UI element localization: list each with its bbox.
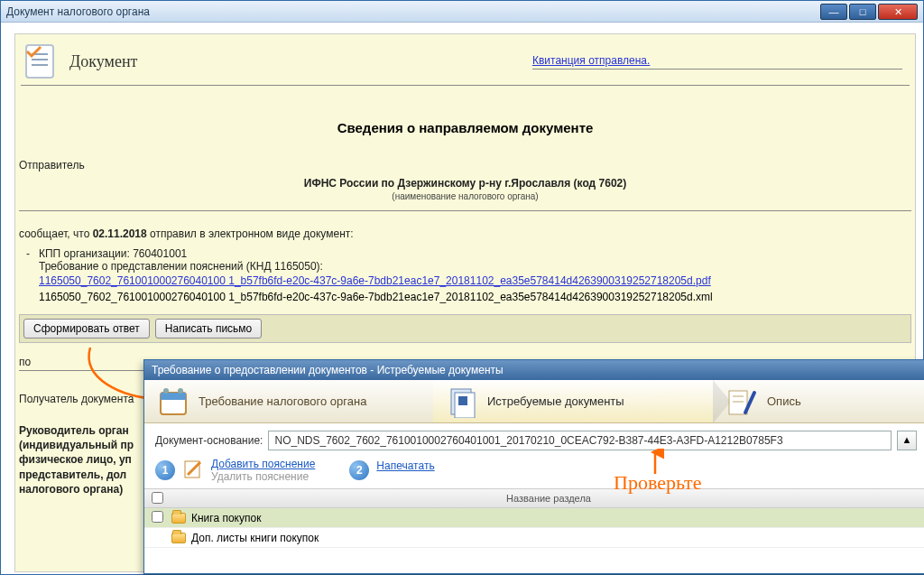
document-icon <box>21 42 60 81</box>
header-checkbox-cell <box>152 492 170 505</box>
docbase-row: Документ-основание: ▲ <box>144 423 924 458</box>
sender-label: Отправитель <box>19 159 911 172</box>
folder-icon <box>171 513 186 524</box>
actions-row: 1 Добавить пояснение Удалить пояснение 2… <box>144 458 924 488</box>
row-checkbox[interactable] <box>152 511 163 523</box>
xml-file-text: 1165050_7602_761001000276040100 1_b57fb6… <box>39 289 713 305</box>
document-header: Документ Квитанция отправлена. <box>15 34 915 83</box>
edit-note-icon <box>182 459 204 483</box>
add-note-link[interactable]: Добавить пояснение <box>211 458 315 470</box>
svg-rect-10 <box>458 396 467 405</box>
svg-rect-5 <box>161 393 186 400</box>
outer-window-title: Документ налогового органа <box>6 5 820 18</box>
write-letter-button[interactable]: Написать письмо <box>155 319 262 339</box>
dash-icon: - <box>26 247 30 260</box>
kpp-line: КПП организации: 760401001 <box>39 247 911 260</box>
header-divider <box>21 85 910 86</box>
document-heading: Документ <box>69 52 532 71</box>
select-all-checkbox[interactable] <box>152 492 163 504</box>
wizard-steps: Требование налогового органа Истребуемые… <box>144 380 924 423</box>
outer-titlebar[interactable]: Документ налогового органа — □ ✕ <box>1 1 923 23</box>
wizard-step-1[interactable]: Требование налогового органа <box>144 380 433 422</box>
table-row[interactable]: Книга покупок <box>144 508 924 528</box>
wizard-step-3-label: Опись <box>767 394 801 408</box>
row-label: Доп. листы книги покупок <box>191 532 319 544</box>
folder-icon <box>171 533 186 543</box>
sender-block: ИФНС России по Дзержинскому р-ну г.Яросл… <box>19 172 911 211</box>
svg-point-7 <box>178 388 183 394</box>
maximize-button[interactable]: □ <box>849 4 876 20</box>
msg-date: 02.11.2018 <box>93 227 147 240</box>
wizard-step-1-label: Требование налогового органа <box>199 394 366 408</box>
sender-name: ИФНС России по Дзержинскому р-ну г.Яросл… <box>19 173 911 190</box>
svg-rect-0 <box>26 45 53 78</box>
grid-header: Название раздела <box>144 488 924 508</box>
list-pen-icon <box>725 385 758 418</box>
row-label: Книга покупок <box>191 512 261 524</box>
action-button-row: Сформировать ответ Написать письмо <box>19 314 911 343</box>
receipt-sent-link[interactable]: Квитанция отправлена. <box>532 54 650 69</box>
popup-window: Требование о предоставлении документов -… <box>143 359 924 574</box>
docbase-up-button[interactable]: ▲ <box>897 431 917 450</box>
print-link[interactable]: Напечатать <box>376 459 434 472</box>
table-row[interactable]: Доп. листы книги покупок <box>144 528 924 548</box>
message-line: сообщает, что 02.11.2018 отправил в элек… <box>19 213 911 246</box>
msg-prefix: сообщает, что <box>19 227 93 240</box>
note-actions: Добавить пояснение Удалить пояснение <box>211 458 315 483</box>
close-button[interactable]: ✕ <box>878 4 918 20</box>
wizard-step-3[interactable]: Опись <box>713 380 924 422</box>
step-number-2-icon: 2 <box>349 460 369 480</box>
pdf-file-link[interactable]: 1165050_7602_761001000276040100 1_b57fb6… <box>39 273 711 289</box>
popup-title: Требование о предоставлении документов -… <box>152 364 504 376</box>
docbase-label: Документ-основание: <box>155 434 263 447</box>
wizard-step-2-label: Истребуемые документы <box>487 394 624 408</box>
files-block: - КПП организации: 760401001 Требование … <box>19 246 911 311</box>
wizard-step-2[interactable]: Истребуемые документы <box>433 380 713 422</box>
window-control-group: — □ ✕ <box>820 4 918 20</box>
step-number-1-icon: 1 <box>155 460 175 480</box>
popup-titlebar[interactable]: Требование о предоставлении документов -… <box>144 360 924 380</box>
delete-note-link: Удалить пояснение <box>211 470 315 483</box>
requirement-line: Требование о представлении пояснений (КН… <box>39 260 911 273</box>
minimize-button[interactable]: — <box>820 4 847 20</box>
docbase-input[interactable] <box>268 431 892 450</box>
msg-suffix: отправил в электронном виде документ: <box>147 227 354 240</box>
svg-point-6 <box>163 388 169 394</box>
form-answer-button[interactable]: Сформировать ответ <box>23 319 150 339</box>
section-title: Сведения о направляемом документе <box>15 91 915 159</box>
sender-sublabel: (наименование налогового органа) <box>19 190 911 201</box>
receipt-link-wrap: Квитанция отправлена. <box>532 54 902 70</box>
documents-icon <box>446 385 478 418</box>
column-section-name[interactable]: Название раздела <box>170 493 924 504</box>
calendar-icon <box>157 385 189 418</box>
